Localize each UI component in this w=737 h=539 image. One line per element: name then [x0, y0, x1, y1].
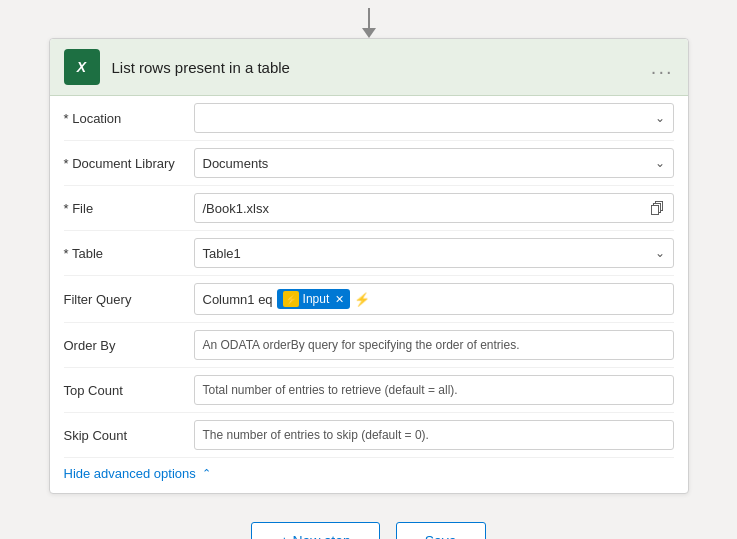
table-row: * Table Table1 ⌄ [64, 231, 674, 276]
flow-arrow [362, 8, 376, 38]
hide-advanced-options-button[interactable]: Hide advanced options ⌃ [64, 458, 674, 485]
order-by-input[interactable]: An ODATA orderBy query for specifying th… [194, 330, 674, 360]
file-value: /Book1.xlsx [203, 201, 269, 216]
token-dynamic-icon: ⚡ [283, 291, 299, 307]
file-label: * File [64, 201, 194, 216]
filter-token[interactable]: ⚡ Input ✕ [277, 289, 351, 309]
skip-count-hint: The number of entries to skip (default =… [203, 428, 429, 442]
token-label: Input [303, 292, 330, 306]
card-title: List rows present in a table [112, 59, 651, 76]
top-count-input[interactable]: Total number of entries to retrieve (def… [194, 375, 674, 405]
order-by-label: Order By [64, 338, 194, 353]
document-library-select[interactable]: Documents ⌄ [194, 148, 674, 178]
save-button[interactable]: Save [396, 522, 486, 539]
document-library-value: Documents [203, 156, 269, 171]
card-menu-button[interactable]: ... [651, 56, 674, 79]
top-count-label: Top Count [64, 383, 194, 398]
order-by-row: Order By An ODATA orderBy query for spec… [64, 323, 674, 368]
filter-prefix: Column1 eq [203, 292, 273, 307]
file-row: * File /Book1.xlsx 🗍 [64, 186, 674, 231]
filter-query-input[interactable]: Column1 eq ⚡ Input ✕ ⚡ [194, 283, 674, 315]
excel-letter: X [77, 59, 86, 75]
file-input[interactable]: /Book1.xlsx 🗍 [194, 193, 674, 223]
order-by-hint: An ODATA orderBy query for specifying th… [203, 338, 520, 352]
arrow-head [362, 28, 376, 38]
location-chevron-icon: ⌄ [655, 111, 665, 125]
action-card: X List rows present in a table ... * Loc… [49, 38, 689, 494]
top-count-hint: Total number of entries to retrieve (def… [203, 383, 458, 397]
file-browse-icon: 🗍 [650, 200, 665, 217]
skip-count-row: Skip Count The number of entries to skip… [64, 413, 674, 458]
new-step-button[interactable]: + New step [251, 522, 379, 539]
location-select[interactable]: ⌄ [194, 103, 674, 133]
document-library-chevron-icon: ⌄ [655, 156, 665, 170]
top-count-row: Top Count Total number of entries to ret… [64, 368, 674, 413]
card-body: * Location ⌄ * Document Library Document… [50, 96, 688, 493]
table-select[interactable]: Table1 ⌄ [194, 238, 674, 268]
arrow-line [368, 8, 370, 28]
filter-query-row: Filter Query Column1 eq ⚡ Input ✕ ⚡ [64, 276, 674, 323]
excel-icon: X [64, 49, 100, 85]
document-library-label: * Document Library [64, 156, 194, 171]
card-header: X List rows present in a table ... [50, 39, 688, 96]
filter-lightning-icon: ⚡ [354, 292, 370, 307]
skip-count-label: Skip Count [64, 428, 194, 443]
location-label: * Location [64, 111, 194, 126]
filter-query-label: Filter Query [64, 292, 194, 307]
location-row: * Location ⌄ [64, 96, 674, 141]
token-remove-button[interactable]: ✕ [335, 293, 344, 306]
table-chevron-icon: ⌄ [655, 246, 665, 260]
document-library-row: * Document Library Documents ⌄ [64, 141, 674, 186]
table-value: Table1 [203, 246, 241, 261]
hide-options-label: Hide advanced options [64, 466, 196, 481]
table-label: * Table [64, 246, 194, 261]
bottom-actions: + New step Save [251, 522, 485, 539]
skip-count-input[interactable]: The number of entries to skip (default =… [194, 420, 674, 450]
chevron-up-icon: ⌃ [202, 467, 211, 480]
